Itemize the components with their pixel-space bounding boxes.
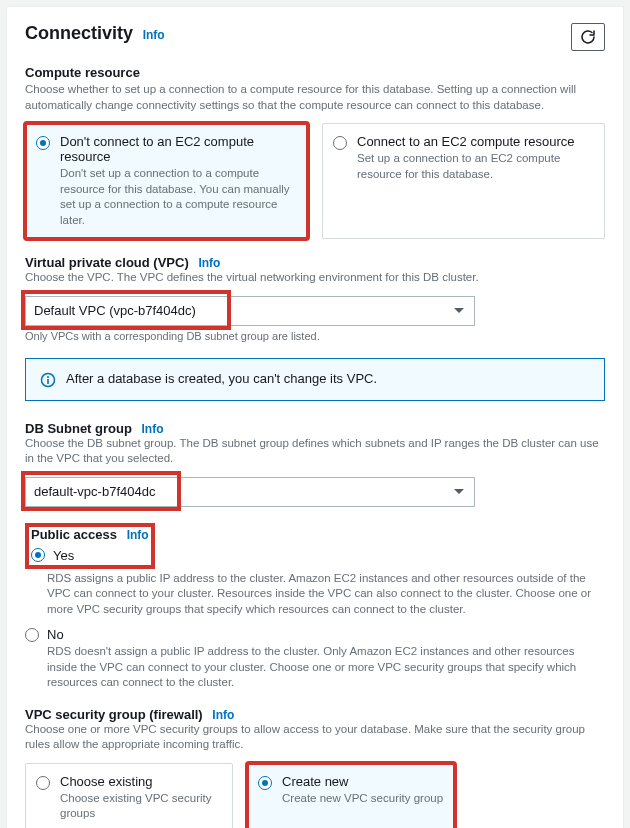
public-access-title: Public access: [31, 527, 117, 542]
radio-dot-icon: [25, 628, 39, 642]
sg-create-title: Create new: [282, 774, 444, 789]
sg-existing-desc: Choose existing VPC security groups: [60, 791, 222, 822]
radio-connect-desc: Set up a connection to an EC2 compute re…: [357, 151, 594, 182]
radio-public-no[interactable]: No: [25, 627, 605, 642]
subnet-info-link[interactable]: Info: [142, 422, 164, 436]
svg-rect-2: [47, 379, 49, 384]
sg-create-desc: Create new VPC security group: [282, 791, 444, 807]
page-title: Connectivity: [25, 23, 133, 43]
vpc-select[interactable]: Default VPC (vpc-b7f404dc): [25, 296, 475, 326]
sg-desc: Choose one or more VPC security groups t…: [25, 722, 605, 753]
banner-text: After a database is created, you can't c…: [66, 371, 377, 386]
connectivity-info-link[interactable]: Info: [143, 28, 165, 42]
sg-existing-title: Choose existing: [60, 774, 222, 789]
radio-public-yes[interactable]: Yes: [31, 548, 149, 563]
radio-dont-connect-title: Don't connect to an EC2 compute resource: [60, 134, 297, 164]
public-no-label: No: [47, 627, 64, 642]
info-icon: [40, 372, 56, 388]
radio-connect-title: Connect to an EC2 compute resource: [357, 134, 594, 149]
refresh-button[interactable]: [571, 23, 605, 51]
vpc-title: Virtual private cloud (VPC): [25, 255, 189, 270]
radio-dont-connect-desc: Don't set up a connection to a compute r…: [60, 166, 297, 228]
subnet-desc: Choose the DB subnet group. The DB subne…: [25, 436, 605, 467]
public-access-info-link[interactable]: Info: [127, 528, 149, 542]
radio-dot-icon: [258, 776, 272, 790]
vpc-helper: Only VPCs with a corresponding DB subnet…: [25, 330, 605, 342]
vpc-desc: Choose the VPC. The VPC defines the virt…: [25, 270, 605, 286]
radio-dot-icon: [36, 136, 50, 150]
refresh-icon: [580, 29, 596, 45]
vpc-info-link[interactable]: Info: [198, 256, 220, 270]
compute-resource-desc: Choose whether to set up a connection to…: [25, 82, 605, 113]
public-yes-desc: RDS assigns a public IP address to the c…: [47, 571, 605, 618]
radio-connect-ec2[interactable]: Connect to an EC2 compute resource Set u…: [322, 123, 605, 239]
public-yes-label: Yes: [53, 548, 74, 563]
radio-dot-icon: [36, 776, 50, 790]
radio-dot-icon: [333, 136, 347, 150]
svg-point-1: [47, 376, 49, 378]
subnet-select-value: default-vpc-b7f404dc: [34, 484, 155, 499]
radio-sg-create[interactable]: Create new Create new VPC security group: [247, 763, 455, 828]
radio-dot-icon: [31, 548, 45, 562]
public-no-desc: RDS doesn't assign a public IP address t…: [47, 644, 605, 691]
compute-resource-title: Compute resource: [25, 65, 605, 80]
sg-info-link[interactable]: Info: [212, 708, 234, 722]
radio-dont-connect-ec2[interactable]: Don't connect to an EC2 compute resource…: [25, 123, 308, 239]
vpc-select-value: Default VPC (vpc-b7f404dc): [34, 303, 196, 318]
sg-title: VPC security group (firewall): [25, 707, 203, 722]
radio-sg-existing[interactable]: Choose existing Choose existing VPC secu…: [25, 763, 233, 828]
subnet-select[interactable]: default-vpc-b7f404dc: [25, 477, 475, 507]
vpc-change-banner: After a database is created, you can't c…: [25, 358, 605, 401]
subnet-title: DB Subnet group: [25, 421, 132, 436]
